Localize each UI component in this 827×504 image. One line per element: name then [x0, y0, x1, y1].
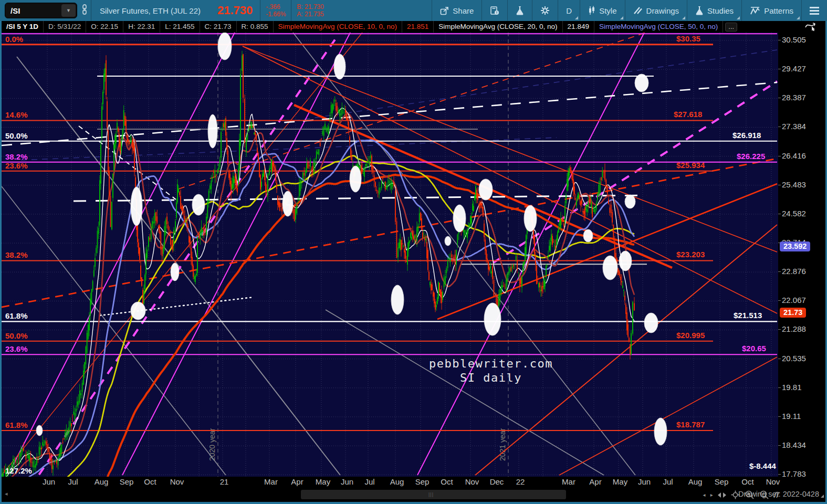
- svg-text:$23.203: $23.203: [676, 250, 705, 259]
- svg-text:$25.934: $25.934: [676, 161, 705, 170]
- menu-icon: [810, 7, 819, 8]
- ask-price: A: 21.735: [297, 10, 323, 18]
- svg-text:$-8.444: $-8.444: [749, 461, 777, 470]
- fit-width-icon[interactable]: [718, 492, 726, 498]
- chart-legend-row: /SI 5 Y 1DD: 5/31/22O: 22.15H: 22.31L: 2…: [2, 21, 825, 33]
- svg-text:38.2%: 38.2%: [5, 250, 28, 259]
- price-axis[interactable]: 30.50529.42728.38727.38426.41625.48324.5…: [778, 33, 825, 477]
- studies-flask-icon: [695, 6, 704, 16]
- svg-text:2020 year: 2020 year: [208, 428, 216, 461]
- drawing-set-label[interactable]: Drawing set: 2022-0428: [738, 490, 819, 498]
- grid-lines: [2, 33, 778, 477]
- legend-item-11[interactable]: SimpleMovingAvg (CLOSE, 50, 0, no): [594, 21, 723, 33]
- time-tick: Oct: [441, 477, 453, 486]
- svg-text:50.0%: 50.0%: [5, 131, 28, 140]
- share-button[interactable]: Share: [432, 0, 481, 21]
- legend-item-7[interactable]: SimpleMovingAvg (CLOSE, 10, 0, no): [274, 21, 402, 33]
- time-tick: Sep: [120, 477, 134, 486]
- time-tick: Jun: [341, 477, 353, 486]
- time-tick: Nov: [766, 477, 780, 486]
- time-tick: Nov: [465, 477, 479, 486]
- svg-text:23.6%: 23.6%: [5, 161, 28, 170]
- style-button[interactable]: Style: [580, 0, 624, 21]
- time-tick: Jul: [663, 477, 673, 486]
- year-separators: 2020 year2021 year: [208, 33, 508, 477]
- patterns-button[interactable]: Patterns: [741, 0, 801, 21]
- edit-studies-icon[interactable]: [804, 20, 818, 33]
- trend-lines: [2, 33, 777, 477]
- settings-button[interactable]: [532, 0, 558, 21]
- time-tick: Jul: [68, 477, 78, 486]
- scroll-left-button[interactable]: ◂: [703, 492, 706, 498]
- flask-icon: [516, 6, 524, 16]
- price-change-percent: -1.66%: [266, 10, 286, 18]
- time-axis[interactable]: JunJulAugSepOctNov21MarAprMayJunJulAugSe…: [2, 477, 825, 488]
- time-tick: Oct: [144, 477, 156, 486]
- legend-item-1: D: 5/31/22: [44, 21, 86, 33]
- link-icon[interactable]: [81, 4, 88, 17]
- legend-item-9[interactable]: SimpleMovingAvg (CLOSE, 20, 0, no): [434, 21, 562, 33]
- svg-text:$30.35: $30.35: [676, 34, 700, 43]
- chart-canvas[interactable]: 2020 year2021 year0.0%$30.3514.6%$27.618…: [2, 33, 778, 477]
- svg-text:0.0%: 0.0%: [5, 35, 23, 44]
- timeframe-button[interactable]: D: [558, 0, 580, 21]
- svg-text:SI daily: SI daily: [460, 371, 522, 384]
- svg-text:$26.918: $26.918: [732, 131, 761, 140]
- price-badge: 21.73: [780, 308, 806, 318]
- legend-item-6: R: 0.855: [237, 21, 274, 33]
- price-tick: 18.434: [782, 440, 806, 449]
- svg-text:2021 year: 2021 year: [498, 428, 507, 461]
- note-info-icon: i: [490, 6, 499, 15]
- price-tick: 19.81: [782, 383, 802, 392]
- price-tick: 25.483: [782, 180, 806, 189]
- svg-text:$27.618: $27.618: [674, 110, 702, 119]
- svg-text:61.8%: 61.8%: [5, 421, 28, 429]
- svg-text:23.6%: 23.6%: [5, 344, 28, 353]
- onenote-button[interactable]: i: [481, 0, 507, 21]
- last-price: 21.730: [210, 4, 260, 17]
- drawings-icon: [633, 6, 643, 15]
- time-scrollbar[interactable]: |||: [301, 490, 566, 499]
- price-badge: 23.592: [780, 242, 810, 251]
- price-tick: 30.505: [782, 35, 806, 44]
- chart-header: /SI ▼ Silver Futures, ETH (JUL 22) 21.73…: [0, 0, 827, 21]
- scroll-right-button[interactable]: ▸: [710, 492, 713, 498]
- price-chart[interactable]: 2020 year2021 year0.0%$30.3514.6%$27.618…: [2, 33, 778, 477]
- price-tick: 26.416: [782, 151, 806, 160]
- studies-button[interactable]: Studies: [687, 0, 741, 21]
- time-tick: Jun: [43, 477, 55, 486]
- svg-text:i: i: [496, 10, 497, 14]
- watermark: pebblewriter.comSI daily: [429, 357, 553, 384]
- price-tick: 28.387: [782, 93, 806, 102]
- legend-item-4: L: 21.455: [160, 21, 200, 33]
- legend-item-8: 21.851: [402, 21, 434, 33]
- svg-text:pebblewriter.com: pebblewriter.com: [429, 357, 553, 370]
- collapse-left-icon[interactable]: ◂: [5, 490, 8, 497]
- drawings-button[interactable]: Drawings: [625, 0, 687, 21]
- symbol-dropdown-button[interactable]: ▼: [61, 4, 76, 17]
- legend-item-0: /SI 5 Y 1D: [2, 21, 44, 33]
- more-studies-button[interactable]: ...: [725, 23, 737, 32]
- time-tick: Mar: [264, 477, 278, 486]
- price-tick: 29.427: [782, 64, 806, 73]
- symbol-selector[interactable]: /SI ▼: [0, 3, 91, 18]
- candle-style-icon: [588, 6, 595, 15]
- patterns-icon: [750, 6, 760, 15]
- scrollbar-grip[interactable]: |||: [428, 492, 434, 497]
- svg-text:$21.513: $21.513: [734, 311, 762, 320]
- time-tick: Sep: [715, 477, 729, 486]
- time-tick: Sep: [415, 477, 430, 486]
- legend-item-2: O: 22.15: [86, 21, 123, 33]
- time-tick: Nov: [170, 477, 184, 486]
- svg-text:50.0%: 50.0%: [5, 331, 28, 340]
- maximize-menu-button[interactable]: [801, 0, 827, 21]
- time-tick: Mar: [562, 477, 575, 486]
- analyze-flask-button[interactable]: [507, 0, 532, 21]
- time-tick: May: [613, 477, 627, 486]
- svg-text:38.2%: 38.2%: [5, 152, 28, 161]
- time-tick: 21: [220, 477, 229, 486]
- time-tick: Aug: [95, 477, 109, 486]
- symbol-input[interactable]: /SI: [5, 6, 61, 15]
- instrument-description: Silver Futures, ETH (JUL 22): [91, 6, 210, 15]
- legend-item-10: 21.849: [563, 21, 594, 33]
